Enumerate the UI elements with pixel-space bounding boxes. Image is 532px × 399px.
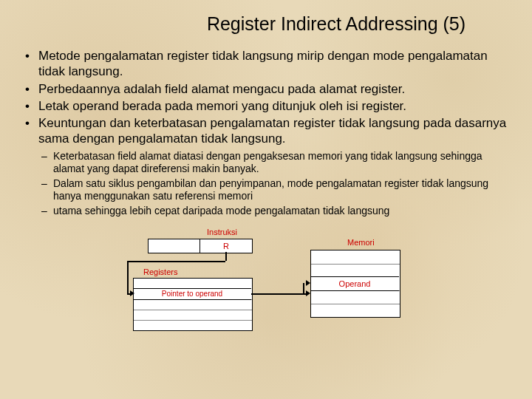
- diagram: Instruksi Memori Registers R Operand Poi…: [126, 228, 406, 331]
- bullet-4-text: Keuntungan dan keterbatasan pengalamatan…: [38, 116, 506, 146]
- memory-operand-cell: Operand: [310, 276, 399, 291]
- slide-title: Register Indirect Addressing (5): [0, 0, 532, 41]
- bullet-2: Perbedaannya adalah field alamat mengacu…: [22, 81, 510, 97]
- bullet-list: Metode pengalamatan register tidak langs…: [22, 48, 510, 217]
- bullet-4: Keuntungan dan keterbatasan pengalamatan…: [22, 115, 510, 217]
- sub-2: Dalam satu siklus pengambilan dan penyim…: [38, 177, 510, 203]
- sub-bullet-list: Keterbatasan field alamat diatasi dengan…: [38, 150, 510, 218]
- registers-table: [133, 278, 253, 331]
- label-memori: Memori: [347, 238, 375, 247]
- label-instruksi: Instruksi: [207, 228, 237, 236]
- sub-1: Keterbatasan field alamat diatasi dengan…: [38, 150, 510, 176]
- instr-r-box: R: [200, 239, 253, 253]
- bullet-3: Letak operand berada pada memori yang di…: [22, 98, 510, 114]
- bullet-1: Metode pengalamatan register tidak langs…: [22, 48, 510, 80]
- sub-3: utama sehingga lebih cepat daripada mode…: [38, 205, 510, 218]
- instr-opcode-box: [148, 239, 201, 253]
- register-pointer-cell: Pointer to operand: [133, 288, 251, 300]
- label-registers: Registers: [143, 267, 177, 276]
